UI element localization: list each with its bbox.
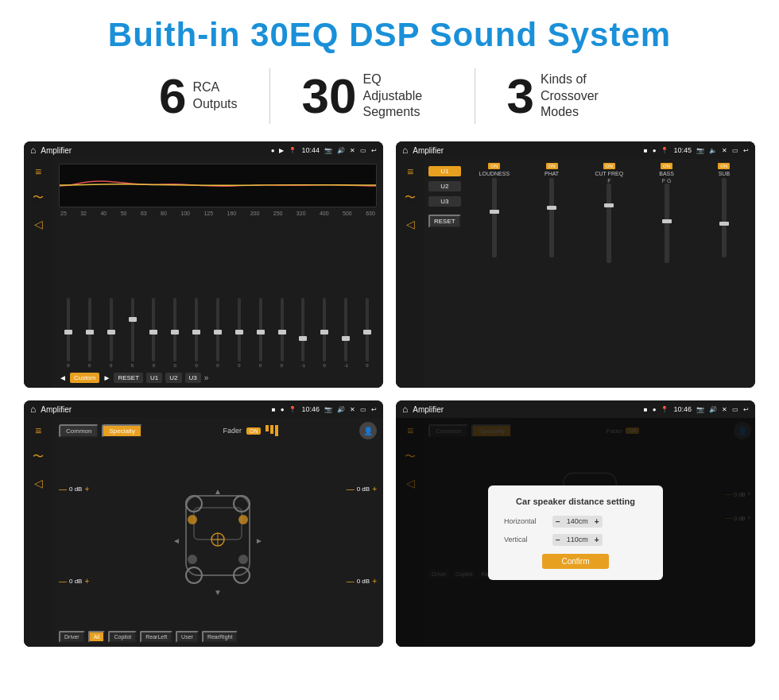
stat-rca-number: 6 xyxy=(159,72,186,121)
dialog-title: Car speaker distance setting xyxy=(504,497,647,506)
eq-slider-11[interactable]: -1 xyxy=(293,298,312,368)
cutfreq-label: CUT FREQ xyxy=(595,171,624,176)
copilot-btn[interactable]: Copilot xyxy=(108,631,137,643)
driver-btn[interactable]: Driver xyxy=(59,631,85,643)
eq-slider-5[interactable]: 0 xyxy=(165,298,184,368)
confirm-button[interactable]: Confirm xyxy=(542,554,608,569)
eq-slider-9[interactable]: 0 xyxy=(251,298,270,368)
clock-4: 10:46 xyxy=(673,405,692,413)
rearright-btn[interactable]: RearRight xyxy=(202,631,238,643)
cutfreq-slider[interactable] xyxy=(607,184,611,263)
vertical-plus[interactable]: + xyxy=(595,536,599,544)
horizontal-minus[interactable]: − xyxy=(556,517,560,526)
phat-slider[interactable] xyxy=(549,178,554,257)
dot-icon-1: ● xyxy=(271,147,275,154)
vertical-row: Vertical − 110cm + xyxy=(504,534,647,546)
db-plus-fl[interactable]: + xyxy=(84,485,89,493)
wave-icon-3[interactable]: 〜 xyxy=(33,450,44,464)
specialty-tab[interactable]: Specialty xyxy=(102,424,141,438)
db-row-rr: — 0 dB + xyxy=(347,577,377,586)
eq-slider-13[interactable]: -1 xyxy=(336,298,355,368)
bass-on[interactable]: ON xyxy=(661,163,672,169)
stat-eq-label: EQ AdjustableSegments xyxy=(363,72,443,121)
status-bar-4: ⌂ Amplifier ■ ● 📍 10:46 📷 🔊 ✕ ▭ ↩ xyxy=(396,400,755,418)
db-minus-rl[interactable]: — xyxy=(59,577,67,586)
screenshots-grid: ⌂ Amplifier ● ▶ 📍 10:44 📷 🔊 ✕ ▭ ↩ ≡ 〜 ◁ xyxy=(24,141,755,647)
phat-on[interactable]: ON xyxy=(546,163,558,169)
db-plus-fr[interactable]: + xyxy=(372,485,377,493)
reset-btn-2[interactable]: RESET xyxy=(428,215,461,228)
horizontal-row: Horizontal − 140cm + xyxy=(504,516,647,528)
db-minus-rr[interactable]: — xyxy=(347,577,355,586)
eq-slider-14[interactable]: 0 xyxy=(358,298,377,368)
u2-preset[interactable]: U2 xyxy=(428,181,461,191)
u1-btn-1[interactable]: U1 xyxy=(146,373,162,383)
eq-icon-3[interactable]: ≡ xyxy=(35,424,41,437)
sub-on[interactable]: ON xyxy=(718,163,730,169)
u1-preset[interactable]: U1 xyxy=(428,166,461,176)
wave-icon[interactable]: 〜 xyxy=(33,191,44,205)
fader-on-badge[interactable]: ON xyxy=(246,427,262,435)
eq-slider-12[interactable]: 0 xyxy=(315,298,334,368)
sub-label: SUB xyxy=(719,171,730,176)
eq-slider-3[interactable]: 5 xyxy=(123,298,142,368)
eq-slider-4[interactable]: 0 xyxy=(144,298,163,368)
clock-1: 10:44 xyxy=(301,146,320,154)
svg-point-6 xyxy=(188,515,197,524)
loudness-on[interactable]: ON xyxy=(488,163,500,169)
all-btn[interactable]: All xyxy=(88,631,106,643)
rearleft-btn[interactable]: RearLeft xyxy=(140,631,172,643)
play-icon-1: ▶ xyxy=(279,147,284,154)
user-btn[interactable]: User xyxy=(176,631,199,643)
x-icon-3: ✕ xyxy=(350,406,355,413)
vertical-minus[interactable]: − xyxy=(556,536,560,544)
screen-balance: ⌂ Amplifier ■ ● 📍 10:46 📷 🔊 ✕ ▭ ↩ ≡ 〜 ◁ xyxy=(24,400,383,647)
loudness-slider[interactable] xyxy=(492,178,497,257)
bass-slider[interactable] xyxy=(665,184,669,263)
profile-icon-3[interactable]: 👤 xyxy=(359,422,377,439)
eq-slider-10[interactable]: 0 xyxy=(273,298,292,368)
db-plus-rr[interactable]: + xyxy=(372,577,377,586)
phat-label: PHAT xyxy=(545,171,559,176)
back-icon-2: ↩ xyxy=(743,147,749,154)
u3-preset[interactable]: U3 xyxy=(428,196,461,207)
next-arrow[interactable]: ► xyxy=(103,373,110,382)
eq-slider-7[interactable]: 0 xyxy=(208,298,227,368)
custom-btn[interactable]: Custom xyxy=(70,373,100,383)
stat-rca: 6 RCAOutputs xyxy=(127,72,269,121)
eq-slider-2[interactable]: 0 xyxy=(102,298,121,368)
reset-btn-1[interactable]: RESET xyxy=(114,373,143,383)
sub-slider[interactable] xyxy=(722,178,727,257)
channel-bass: ON BASS F G xyxy=(639,163,693,384)
horizontal-plus[interactable]: + xyxy=(595,517,599,526)
eq-icon[interactable]: ≡ xyxy=(35,165,41,178)
db-row-fr: — 0 dB + xyxy=(347,485,377,493)
pin-icon-2: 📍 xyxy=(661,147,669,154)
svg-point-8 xyxy=(188,555,197,564)
eq-slider-8[interactable]: 0 xyxy=(230,298,249,368)
eq-slider-0[interactable]: 0 xyxy=(59,298,78,368)
db-minus-fl[interactable]: — xyxy=(59,485,67,493)
eq-icon-2[interactable]: ≡ xyxy=(407,165,413,178)
stat-crossover-number: 3 xyxy=(507,72,534,121)
speaker-icon-2[interactable]: ◁ xyxy=(406,218,415,230)
db-plus-rl[interactable]: + xyxy=(84,577,89,586)
page-title: Buith-in 30EQ DSP Sound System xyxy=(24,16,755,54)
vol-icon-3: 🔊 xyxy=(337,406,345,413)
x-icon-1: ✕ xyxy=(350,147,355,154)
eq-slider-1[interactable]: 0 xyxy=(80,298,99,368)
clock-2: 10:45 xyxy=(673,146,692,154)
u3-btn-1[interactable]: U3 xyxy=(185,373,201,383)
speaker-icon-3[interactable]: ◁ xyxy=(34,477,43,489)
speaker-icon[interactable]: ◁ xyxy=(34,218,43,230)
cutfreq-on[interactable]: ON xyxy=(603,163,615,169)
wave-icon-2[interactable]: 〜 xyxy=(405,191,416,205)
eq-slider-6[interactable]: 0 xyxy=(187,298,206,368)
fader-bars xyxy=(265,425,278,436)
svg-point-7 xyxy=(238,515,248,524)
db-minus-fr[interactable]: — xyxy=(347,485,355,493)
svg-text:►: ► xyxy=(255,536,263,545)
prev-arrow[interactable]: ◄ xyxy=(59,373,67,382)
u2-btn-1[interactable]: U2 xyxy=(165,373,181,383)
common-tab[interactable]: Common xyxy=(59,424,99,438)
